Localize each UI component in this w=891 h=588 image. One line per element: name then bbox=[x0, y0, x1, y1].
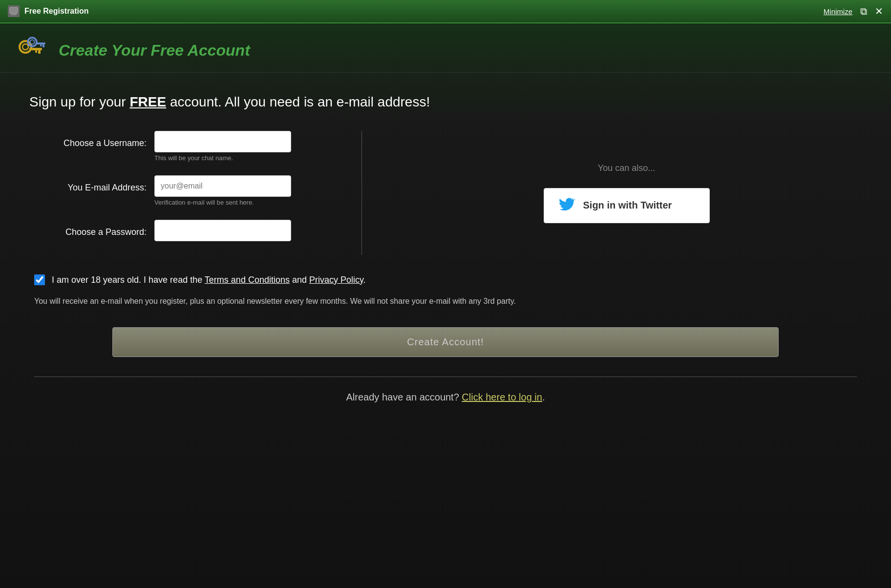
password-row: Choose a Password: bbox=[29, 220, 322, 241]
email-input[interactable] bbox=[154, 175, 291, 197]
svg-point-2 bbox=[20, 41, 31, 53]
twitter-bird-icon bbox=[558, 195, 575, 216]
app-icon bbox=[8, 5, 20, 17]
signup-headline: Sign up for your FREE account. All you n… bbox=[29, 92, 862, 111]
restore-button[interactable]: ⧉ bbox=[860, 6, 867, 16]
keys-icon bbox=[15, 33, 49, 67]
create-account-button[interactable]: Create Account! bbox=[112, 327, 778, 357]
headline-part2: account. All you need is an e-mail addre… bbox=[166, 94, 430, 109]
twitter-btn-label: Sign in with Twitter bbox=[583, 200, 672, 211]
username-label: Choose a Username: bbox=[29, 135, 147, 148]
age-checkbox[interactable] bbox=[34, 274, 45, 285]
terms-label[interactable]: I am over 18 years old. I have read the … bbox=[52, 275, 366, 285]
checkbox-label-part1: I am over 18 years old. I have read the bbox=[52, 275, 205, 285]
svg-point-3 bbox=[22, 44, 28, 50]
form-divider bbox=[361, 131, 362, 255]
svg-point-8 bbox=[30, 40, 35, 44]
titlebar: Free Registration Minimize ⧉ ✕ bbox=[0, 0, 891, 23]
svg-rect-1 bbox=[11, 13, 17, 15]
email-row: You E-mail Address: Verification e-mail … bbox=[29, 175, 322, 206]
main-content: Create Your Free Account Sign up for you… bbox=[0, 23, 891, 588]
password-label: Choose a Password: bbox=[29, 224, 147, 237]
twitter-signin-button[interactable]: Sign in with Twitter bbox=[544, 188, 710, 223]
privacy-link[interactable]: Privacy Policy bbox=[309, 275, 363, 285]
svg-rect-0 bbox=[10, 7, 18, 13]
username-hint: This will be your chat name. bbox=[154, 154, 233, 162]
minimize-button[interactable]: Minimize bbox=[824, 7, 852, 16]
svg-rect-10 bbox=[42, 44, 44, 47]
email-hint: Verification e-mail will be sent here. bbox=[154, 199, 254, 206]
terms-link[interactable]: Terms and Conditions bbox=[205, 275, 290, 285]
close-button[interactable]: ✕ bbox=[875, 6, 883, 16]
svg-rect-11 bbox=[40, 44, 42, 46]
svg-rect-6 bbox=[35, 50, 37, 53]
password-input[interactable] bbox=[154, 220, 291, 241]
email-label: You E-mail Address: bbox=[29, 180, 147, 193]
svg-rect-5 bbox=[38, 50, 41, 54]
already-account-text: Already have an account? bbox=[346, 392, 462, 402]
username-row: Choose a Username: This will be your cha… bbox=[29, 131, 322, 162]
headline-part1: Sign up for your bbox=[29, 94, 129, 109]
form-right: You can also... Sign in with Twitter bbox=[382, 131, 862, 255]
svg-rect-9 bbox=[36, 42, 45, 44]
separator bbox=[34, 377, 857, 377]
login-link[interactable]: Click here to log in bbox=[462, 392, 542, 402]
username-input[interactable] bbox=[154, 131, 291, 152]
page-title: Create Your Free Account bbox=[59, 42, 250, 60]
checkbox-label-part2: and bbox=[290, 275, 309, 285]
form-area: Sign up for your FREE account. All you n… bbox=[0, 73, 891, 413]
privacy-notice: You will receive an e-mail when you regi… bbox=[29, 295, 862, 308]
checkbox-label-part3: . bbox=[363, 275, 366, 285]
already-account-period: . bbox=[542, 392, 545, 402]
free-text: FREE bbox=[129, 94, 166, 109]
header-section: Create Your Free Account bbox=[0, 23, 891, 73]
window-controls: Minimize ⧉ ✕ bbox=[824, 6, 883, 16]
you-can-also-text: You can also... bbox=[598, 163, 655, 173]
terms-checkbox-area: I am over 18 years old. I have read the … bbox=[29, 274, 862, 285]
form-columns: Choose a Username: This will be your cha… bbox=[29, 131, 862, 255]
form-left: Choose a Username: This will be your cha… bbox=[29, 131, 342, 255]
already-account-section: Already have an account? Click here to l… bbox=[29, 392, 862, 403]
svg-rect-4 bbox=[29, 48, 42, 50]
window-title: Free Registration bbox=[24, 7, 824, 16]
